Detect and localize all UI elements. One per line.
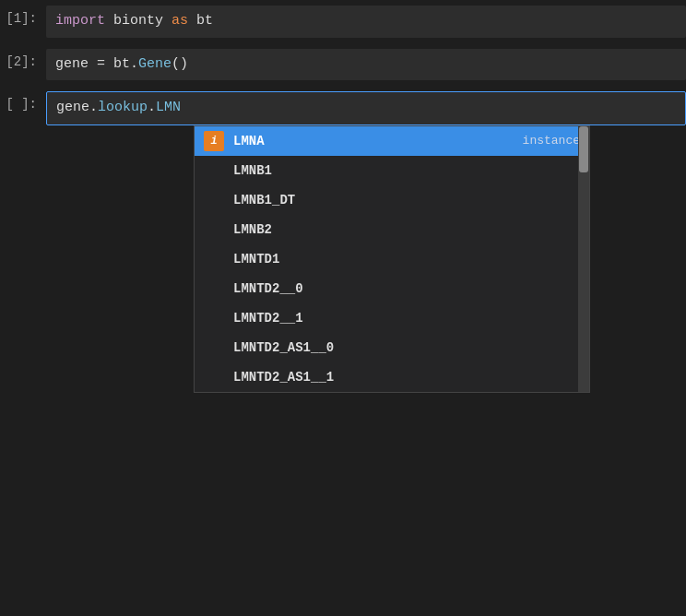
var-gene-2: gene (56, 100, 89, 115)
cell-content-1[interactable]: import bionty as bt (46, 6, 686, 38)
module-bionty: bionty (105, 13, 172, 29)
instance-icon-4 (204, 219, 224, 240)
method-gene: Gene (138, 56, 172, 72)
item-label-lmntd2as1-0: LMNTD2_AS1__0 (233, 340, 580, 355)
scrollbar-thumb (579, 126, 588, 172)
cell-number-1: [1]: (0, 6, 46, 26)
autocomplete-item-lmna[interactable]: i LMNA instance (195, 126, 589, 156)
autocomplete-item-lmnb2[interactable]: LMNB2 (195, 215, 589, 244)
dot-2: . (89, 100, 98, 115)
cell-2: [2]: gene = bt.Gene() (0, 43, 686, 87)
notebook: [1]: import bionty as bt [2]: gene = bt.… (0, 0, 686, 616)
autocomplete-item-lmntd1[interactable]: LMNTD1 (195, 244, 589, 274)
instance-icon-5 (204, 249, 224, 269)
cell-content-2[interactable]: gene = bt.Gene() (46, 49, 686, 81)
partial-lmn: LMN (156, 100, 181, 115)
autocomplete-item-lmntd2as1-0[interactable]: LMNTD2_AS1__0 (195, 333, 589, 362)
cell-content-3[interactable]: gene.lookup.LMN (46, 91, 686, 125)
autocomplete-item-lmntd2-0[interactable]: LMNTD2__0 (195, 274, 589, 303)
dot-1: . (130, 56, 138, 72)
autocomplete-item-lmntd2-1[interactable]: LMNTD2__1 (195, 303, 589, 333)
autocomplete-dropdown: i LMNA instance LMNB1 LMNB1_DT LMNB2 (194, 125, 590, 393)
item-label-lmnb1: LMNB1 (233, 163, 580, 178)
item-type-lmna: instance (523, 134, 580, 148)
keyword-import: import (55, 13, 105, 29)
var-bt: bt (113, 56, 130, 72)
instance-icon-2 (204, 160, 224, 181)
dot-3: . (148, 100, 156, 115)
instance-icon-3 (204, 190, 224, 210)
autocomplete-item-lmnb1dt[interactable]: LMNB1_DT (195, 185, 589, 215)
instance-icon-9 (204, 367, 224, 387)
item-label-lmntd1: LMNTD1 (233, 252, 580, 267)
instance-icon: i (204, 131, 224, 151)
cell-number-2: [2]: (0, 49, 46, 69)
cell-3: [ ]: gene.lookup.LMN i LMNA instance LMN… (0, 86, 686, 131)
method-lookup: lookup (98, 100, 148, 115)
cell-number-3: [ ]: (0, 91, 46, 112)
item-label-lmnb1dt: LMNB1_DT (233, 193, 580, 207)
instance-icon-7 (204, 308, 224, 328)
autocomplete-wrapper: gene.lookup.LMN i LMNA instance LMNB1 LM… (46, 91, 686, 125)
item-label-lmnb2: LMNB2 (233, 222, 580, 237)
scrollbar[interactable] (578, 126, 589, 392)
autocomplete-item-lmnb1[interactable]: LMNB1 (195, 156, 589, 185)
item-label-lmntd2as1-1: LMNTD2_AS1__1 (233, 370, 580, 385)
alias-bt: bt (188, 13, 213, 29)
item-label-lmntd2-1: LMNTD2__1 (233, 311, 580, 326)
item-label-lmna: LMNA (233, 134, 514, 148)
instance-icon-8 (204, 338, 224, 358)
parens: () (172, 56, 188, 72)
item-label-lmntd2-0: LMNTD2__0 (233, 281, 580, 296)
var-gene: gene (55, 56, 89, 72)
cell-1: [1]: import bionty as bt (0, 0, 686, 43)
instance-icon-6 (204, 278, 224, 299)
autocomplete-item-lmntd2as1-1[interactable]: LMNTD2_AS1__1 (195, 362, 589, 392)
keyword-as: as (172, 13, 188, 29)
operator-equal: = (89, 56, 113, 72)
